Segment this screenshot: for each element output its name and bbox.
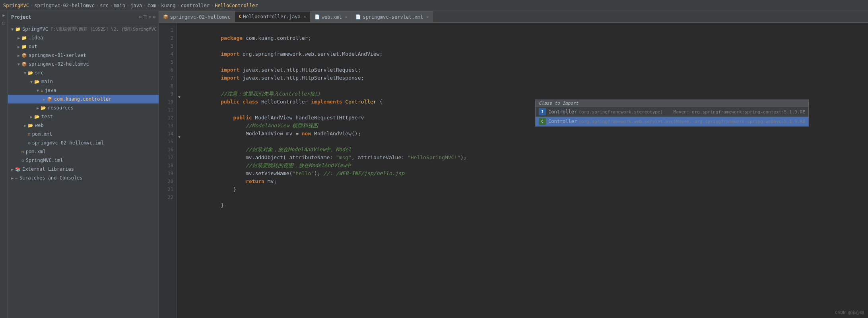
code-line-1: package com.kuang.controller; (190, 26, 863, 34)
sidebar-item-web[interactable]: ▶ 📂 web (8, 121, 159, 130)
code-line-3: import org.springframework.web.servlet.M… (190, 42, 863, 50)
code-line-15: //封装对象，放在ModelAndView中。Model (190, 138, 863, 146)
autocomplete-popup[interactable]: Class to Import I Controller (org.spring… (535, 99, 809, 127)
folder-icon: 📁 (15, 27, 21, 32)
sidebar-icon-settings[interactable]: ⚙ (139, 14, 142, 20)
breadcrumb-sep: › (30, 3, 33, 8)
sidebar-title: Project (11, 14, 31, 20)
breadcrumb-sep: › (143, 3, 146, 8)
folder-icon: 📂 (28, 123, 33, 128)
sidebar-item-scratches[interactable]: ▶ ✏ Scratches and Consoles (8, 174, 159, 182)
sidebar-item-test[interactable]: ▶ 📂 test (8, 112, 159, 121)
autocomplete-name-1: Controller (548, 119, 577, 124)
sidebar-content: ▼ 📁 SpringMVC F:\班级管理\西开 [19525] \2. 代码\… (8, 23, 159, 318)
code-line-8: //注意：这里我们先导入Controller接口 (190, 82, 863, 90)
libs-icon: 📚 (15, 167, 21, 172)
sidebar-item-label: springmvc-02-hellomvc (29, 61, 89, 67)
sidebar-item-label: SpringMVC.iml (26, 158, 63, 163)
breadcrumb-item[interactable]: controller (181, 3, 210, 8)
breadcrumb-item[interactable]: SpringMVC (3, 3, 29, 8)
sidebar-item-label: resources (48, 105, 74, 111)
sidebar-item-path: F:\班级管理\西开 [19525] \2. 代码\SpringMVC (50, 26, 157, 32)
sidebar: Project ⚙ ☰ ↕ ⚙ ▼ 📁 SpringMVC F:\班级管理\西开… (8, 11, 159, 318)
autocomplete-item-0[interactable]: I Controller (org.springframework.stereo… (536, 107, 808, 117)
scratch-icon: ✏ (15, 176, 18, 181)
sidebar-item-label: External Libraries (22, 166, 74, 172)
sidebar-icon-menu[interactable]: ☰ (143, 14, 147, 20)
watermark: CSDN @涂心却 (835, 310, 864, 316)
sidebar-item-main[interactable]: ▼ 📂 main (8, 77, 159, 86)
sidebar-item-springmvc-iml[interactable]: ▶ ⚙ SpringMVC.iml (8, 156, 159, 165)
sidebar-item-label: main (41, 79, 53, 84)
sidebar-item-label: SpringMVC (22, 26, 48, 32)
code-line-22: } (190, 193, 863, 201)
breadcrumb-item[interactable]: HelloController (215, 3, 258, 8)
breadcrumb-item[interactable]: com (147, 3, 156, 8)
tab-webxml[interactable]: 📄 web.xml ✕ (311, 11, 352, 22)
sidebar-item-label: src (35, 70, 44, 76)
pom-icon: m (21, 149, 24, 154)
sidebar-item-springmvc-root[interactable]: ▼ 📁 SpringMVC F:\班级管理\西开 [19525] \2. 代码\… (8, 25, 159, 33)
sidebar-item-src[interactable]: ▼ 📂 src (8, 68, 159, 77)
sidebar-item-pom-root[interactable]: ▶ m pom.xml (8, 147, 159, 156)
sidebar-item-external-libs[interactable]: ▶ 📚 External Libraries (8, 165, 159, 174)
folder-icon: 📂 (34, 114, 40, 119)
tab-hellocontroller[interactable]: C HelloController.java ✕ (235, 11, 311, 22)
sidebar-item-label: test (41, 114, 53, 119)
tab-bar: 📦 springmvc-02-hellomvc C HelloControlle… (159, 11, 868, 23)
iml-icon: ⚙ (28, 140, 31, 146)
folder-icon: 📂 (34, 79, 40, 84)
breadcrumb-sep: › (211, 3, 214, 8)
java-icon: ☕ (41, 88, 43, 93)
autocomplete-item-1[interactable]: C Controller (org.springframework.web.se… (536, 117, 808, 126)
breadcrumb-sep: › (177, 3, 179, 8)
sidebar-item-label: pom.xml (32, 131, 52, 137)
fold-arrow-11[interactable]: ▼ (178, 135, 181, 139)
breadcrumb-sep: › (110, 3, 113, 8)
autocomplete-name-0: Controller (548, 109, 577, 115)
toolbar-icon-1[interactable]: ▶ (2, 13, 5, 18)
toolbar-icon-2[interactable]: ⬡ (2, 21, 6, 25)
sidebar-item-springmvc02[interactable]: ▼ 📦 springmvc-02-hellomvc (8, 60, 159, 68)
editor-content: 1 2 3 4 5 6 7 8 9 10 11 12 13 14 15 16 1… (159, 23, 868, 318)
breadcrumb-item[interactable]: kuang (161, 3, 175, 8)
sidebar-header: Project ⚙ ☰ ↕ ⚙ (8, 11, 159, 23)
code-line-20: } (190, 178, 863, 185)
pom-icon: m (28, 132, 31, 137)
sidebar-item-java[interactable]: ▼ ☕ java (8, 86, 159, 95)
autocomplete-pkg-0: (org.springframework.stereotype) (579, 109, 673, 115)
breadcrumb-item[interactable]: main (114, 3, 125, 8)
tab-servlet-icon: 📄 (355, 14, 361, 20)
tab-close-servlet[interactable]: ✕ (426, 15, 429, 19)
autocomplete-maven-0: Maven: org.springframework:spring-contex… (674, 109, 805, 115)
autocomplete-icon-interface: I (539, 108, 546, 115)
sidebar-icon-gear[interactable]: ⚙ (153, 14, 155, 20)
tab-servlet-label: springmvc-servlet.xml (363, 14, 423, 20)
breadcrumb-item[interactable]: src (100, 3, 109, 8)
tab-webxml-icon: 📄 (315, 14, 320, 20)
tab-close-hellocontroller[interactable]: ✕ (304, 14, 306, 19)
sidebar-icon-expand[interactable]: ↕ (149, 14, 151, 20)
editor-area: 📦 springmvc-02-hellomvc C HelloControlle… (159, 11, 868, 318)
tab-close-webxml[interactable]: ✕ (345, 15, 347, 19)
sidebar-header-icons: ⚙ ☰ ↕ ⚙ (139, 14, 155, 20)
autocomplete-pkg-1: (org.springframework.web.servlet.mvc) (579, 119, 676, 124)
tab-module-icon: 📦 (163, 14, 169, 20)
sidebar-item-idea[interactable]: ▶ 📁 .idea (8, 33, 159, 42)
fold-arrow-9[interactable]: ▼ (178, 95, 181, 99)
sidebar-item-iml[interactable]: ▶ ⚙ springmvc-02-hellomvc.iml (8, 139, 159, 147)
fold-gutter: ▼ ▼ (177, 23, 185, 318)
breadcrumb-item[interactable]: java (130, 3, 142, 8)
breadcrumb-bar: SpringMVC › springmvc-02-hellomvc › src … (0, 0, 868, 11)
code-area[interactable]: package com.kuang.controller; import org… (185, 23, 868, 318)
sidebar-item-label: pom.xml (26, 149, 46, 154)
breadcrumb-item[interactable]: springmvc-02-hellomvc (34, 3, 95, 8)
sidebar-item-package[interactable]: ▶ 📦 com.kuang.controller (8, 95, 159, 103)
sidebar-item-pom02[interactable]: ▶ m pom.xml (8, 130, 159, 139)
tab-module[interactable]: 📦 springmvc-02-hellomvc (159, 11, 235, 22)
autocomplete-icon-class: C (539, 118, 546, 125)
tab-springmvc-servlet[interactable]: 📄 springmvc-servlet.xml ✕ (351, 11, 433, 22)
sidebar-item-out[interactable]: ▶ 📁 out (8, 42, 159, 51)
sidebar-item-springmvc01[interactable]: ▶ 📦 springmvc-01-serlvet (8, 51, 159, 60)
sidebar-item-resources[interactable]: ▶ 📂 resources (8, 103, 159, 112)
